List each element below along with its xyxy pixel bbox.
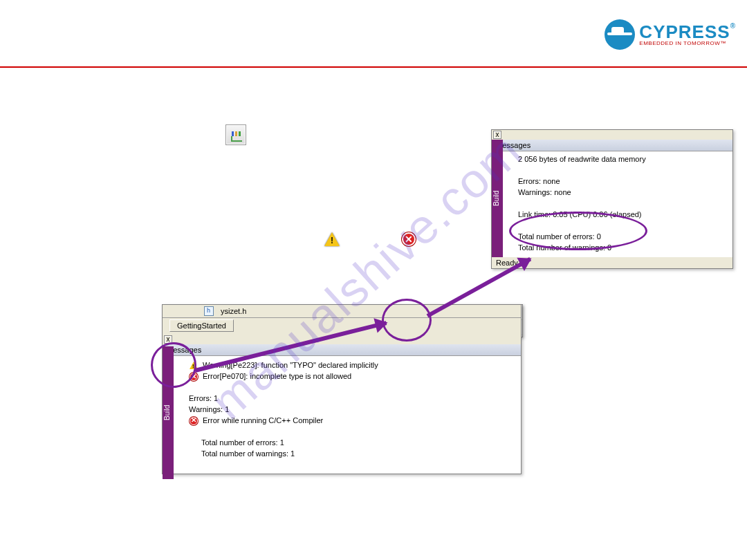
error-icon: ✕ <box>190 417 198 425</box>
file-name[interactable]: ysizet.h <box>221 307 246 315</box>
msg-total-warnings: Total number of warnings: 0 <box>518 243 727 254</box>
compiler-error: Error while running C/C++ Compiler <box>203 416 323 427</box>
cypress-logo-mark <box>605 19 635 50</box>
warning-message[interactable]: Warning[Pe223]: function "TYPO" declared… <box>203 360 378 371</box>
warning-icon <box>190 362 198 369</box>
cypress-logo: CYPRESS® EMBEDDED IN TOMORROW™ <box>605 19 736 50</box>
status-bar: Ready <box>492 256 732 268</box>
error-icon: ✕ <box>402 232 417 248</box>
close-button[interactable]: x <box>493 131 501 139</box>
msg-total-errors: Total number of errors: 0 <box>518 232 727 243</box>
error-message[interactable]: Error[Pe070]: incomplete type is not all… <box>203 371 351 382</box>
messages-title: Messages <box>163 344 521 356</box>
msg-errors: Errors: none <box>518 176 727 187</box>
chart-add-icon[interactable] <box>225 124 246 145</box>
messages-panel-errors: ysizet.h GettingStarted x Messages Warni… <box>162 304 522 474</box>
total-errors: Total number of errors: 1 <box>189 438 515 449</box>
total-warnings: Total number of warnings: 1 <box>189 449 515 460</box>
build-tab[interactable]: Build <box>163 346 174 479</box>
messages-title: Messages <box>492 140 732 151</box>
error-icon: ✕ <box>190 373 198 381</box>
build-tab[interactable]: Build <box>492 140 503 257</box>
header-divider <box>0 66 747 68</box>
header-file-icon <box>204 306 214 316</box>
msg-linktime: Link time: 0.05 (CPU) 0.06 (elapsed) <box>518 209 727 221</box>
messages-panel-success: x Messages 2 056 bytes of readwrite data… <box>491 129 733 269</box>
errors-count: Errors: 1 <box>189 393 515 404</box>
msg-memory: 2 056 bytes of readwrite data memory <box>518 154 727 165</box>
cypress-tagline: EMBEDDED IN TOMORROW™ <box>639 41 736 46</box>
close-button[interactable]: x <box>164 335 172 344</box>
warning-icon <box>324 232 342 250</box>
warnings-count: Warnings: 1 <box>189 404 515 416</box>
msg-warnings: Warnings: none <box>518 187 727 198</box>
cypress-brand: CYPRESS® <box>639 23 736 41</box>
tab-gettingstarted[interactable]: GettingStarted <box>169 319 234 332</box>
